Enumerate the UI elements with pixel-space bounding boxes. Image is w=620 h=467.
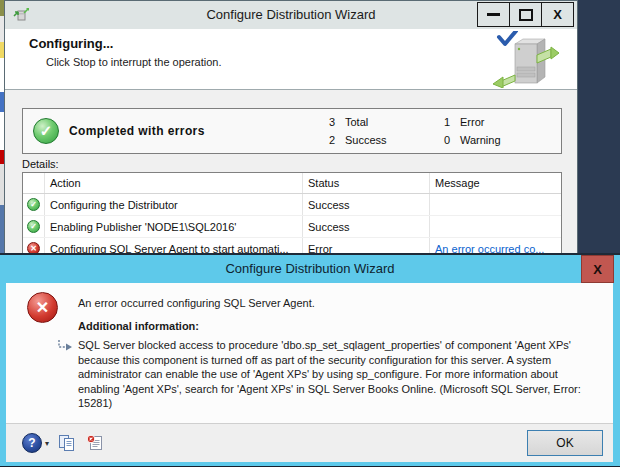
summary-panel: ✓ Completed with errors 3Total 2Success …	[22, 108, 562, 154]
table-row[interactable]: ✓ Configuring the Distributor Success	[23, 194, 561, 216]
minimize-icon	[487, 13, 500, 16]
completed-with-errors-icon: ✓	[33, 118, 59, 144]
message-column-header[interactable]: Message	[430, 173, 561, 193]
details-label: Details:	[22, 158, 59, 170]
close-icon: X	[553, 8, 562, 21]
count-error: 1Error	[438, 116, 548, 128]
dialog-footer: ? ▾ OK	[6, 423, 613, 462]
count-success: 2Success	[323, 134, 433, 146]
details-table: Action Status Message ✓ Configuring the …	[22, 172, 562, 255]
table-header-row: Action Status Message	[23, 173, 561, 194]
additional-information-label: Additional information:	[78, 320, 199, 332]
count-total: 3Total	[323, 116, 433, 128]
minimize-button[interactable]	[478, 3, 509, 26]
help-button[interactable]: ? ▾	[22, 433, 49, 453]
action-column-header[interactable]: Action	[45, 173, 303, 193]
table-row[interactable]: ✓ Enabling Publisher 'NODE1\SQL2016' Suc…	[23, 216, 561, 238]
page-title: Configuring...	[29, 36, 113, 51]
maximize-button[interactable]	[509, 3, 541, 26]
server-graphic-icon	[485, 31, 561, 88]
configure-distribution-wizard-window: Configure Distribution Wizard X Configur…	[4, 0, 578, 260]
desktop: { "colors": { "desktop": "#2B3A52", "acc…	[0, 0, 620, 467]
error-dialog-window: Configure Distribution Wizard X ✕ An err…	[0, 253, 620, 467]
success-icon: ✓	[27, 198, 40, 211]
copy-message-button[interactable]	[58, 434, 76, 452]
maximize-icon	[519, 9, 533, 21]
error-report-button[interactable]	[86, 434, 104, 452]
dialog-body: ✕ An error occurred configuring SQL Serv…	[6, 283, 613, 423]
page-subtitle: Click Stop to interrupt the operation.	[46, 56, 221, 68]
success-icon: ✓	[27, 220, 40, 233]
chevron-down-icon: ▾	[45, 439, 49, 448]
summary-status-label: Completed with errors	[69, 124, 205, 138]
status-column-header[interactable]: Status	[303, 173, 430, 193]
error-message: An error occurred configuring SQL Server…	[78, 297, 315, 309]
close-button[interactable]: X	[541, 3, 573, 26]
dialog-close-button[interactable]: X	[581, 255, 614, 283]
ok-button[interactable]: OK	[527, 430, 603, 456]
detail-arrow-icon	[56, 340, 72, 352]
error-detail-text: SQL Server blocked access to procedure '…	[78, 338, 588, 411]
icon-column-header	[23, 173, 45, 193]
titlebar[interactable]: Configure Distribution Wizard X	[5, 1, 577, 29]
window-controls: X	[477, 2, 574, 27]
count-warning: 0Warning	[438, 134, 548, 146]
close-icon: X	[593, 262, 602, 277]
dialog-title: Configure Distribution Wizard	[0, 255, 620, 283]
help-icon: ?	[22, 433, 42, 453]
wizard-header: Configuring... Click Stop to interrupt t…	[5, 29, 577, 90]
error-icon: ✕	[27, 292, 58, 323]
